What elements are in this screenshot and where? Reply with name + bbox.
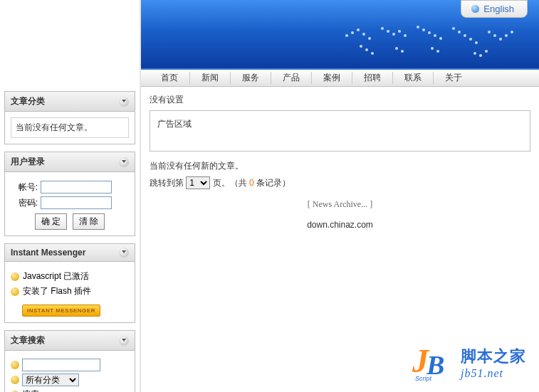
globe-icon bbox=[471, 5, 479, 13]
chevron-down-icon[interactable] bbox=[119, 336, 129, 346]
categories-header[interactable]: 文章分类 bbox=[5, 92, 135, 112]
account-label: 帐号: bbox=[11, 181, 38, 194]
nav-news[interactable]: 新闻 bbox=[190, 72, 231, 84]
svg-point-8 bbox=[398, 30, 401, 33]
chevron-down-icon[interactable] bbox=[119, 157, 129, 167]
im-title: Instant Messenger bbox=[11, 248, 85, 258]
svg-point-12 bbox=[428, 31, 431, 34]
im-panel: Instant Messenger Javascript 已激活 安装了 Fla… bbox=[4, 243, 135, 323]
svg-point-25 bbox=[360, 45, 362, 48]
password-input[interactable] bbox=[41, 196, 112, 209]
login-header[interactable]: 用户登录 bbox=[5, 152, 135, 172]
worldmap-icon bbox=[333, 14, 532, 68]
search-input[interactable] bbox=[22, 359, 100, 371]
svg-point-18 bbox=[469, 38, 472, 41]
account-input[interactable] bbox=[41, 181, 112, 194]
pager: 跳转到第 1 页。（共 0 条记录） bbox=[150, 176, 530, 189]
not-set-text: 没有设置 bbox=[150, 94, 530, 106]
svg-point-10 bbox=[417, 26, 419, 28]
svg-point-2 bbox=[357, 28, 360, 31]
page-select[interactable]: 1 bbox=[186, 176, 210, 189]
bullet-icon bbox=[11, 272, 19, 281]
watermark: JB Script 脚本之家 jb51.net bbox=[412, 342, 526, 383]
chevron-down-icon[interactable] bbox=[119, 97, 129, 107]
login-panel: 用户登录 帐号: 密码: 确 定 清 除 bbox=[4, 152, 135, 236]
submit-button[interactable]: 确 定 bbox=[35, 213, 67, 230]
im-badge[interactable]: INSTANT MESSENGER bbox=[22, 304, 100, 317]
login-title: 用户登录 bbox=[11, 156, 45, 168]
svg-point-3 bbox=[362, 33, 365, 36]
bullet-icon bbox=[11, 287, 19, 296]
im-header[interactable]: Instant Messenger bbox=[5, 244, 135, 262]
im-flash-status: 安装了 Flash 插件 bbox=[23, 285, 91, 297]
footer-url: down.chinaz.com bbox=[150, 220, 530, 230]
svg-point-30 bbox=[431, 47, 434, 50]
svg-point-13 bbox=[434, 34, 436, 37]
svg-point-5 bbox=[381, 27, 384, 30]
watermark-cn: 脚本之家 bbox=[461, 346, 526, 367]
search-category-select[interactable]: 所有分类 bbox=[22, 374, 79, 386]
record-count: 0 bbox=[249, 178, 254, 188]
svg-point-28 bbox=[395, 47, 398, 50]
svg-point-22 bbox=[499, 38, 502, 41]
news-archive-link[interactable]: [ News Archive... ] bbox=[150, 199, 530, 210]
svg-point-34 bbox=[485, 50, 488, 53]
svg-point-9 bbox=[404, 34, 407, 37]
svg-point-23 bbox=[505, 34, 508, 37]
language-label: English bbox=[483, 4, 514, 14]
password-label: 密码: bbox=[11, 197, 38, 209]
nav-service[interactable]: 服务 bbox=[231, 72, 271, 84]
im-js-status: Javascript 已激活 bbox=[23, 270, 89, 282]
search-panel: 文章搜索 所有分类 搜索 bbox=[4, 330, 135, 392]
nav-contact[interactable]: 联系 bbox=[393, 72, 434, 84]
ad-area: 广告区域 bbox=[150, 110, 530, 152]
svg-point-4 bbox=[368, 37, 371, 40]
search-title: 文章搜索 bbox=[11, 334, 45, 346]
no-articles-text: 当前没有任何新的文章。 bbox=[150, 160, 530, 172]
logo-icon: JB Script bbox=[412, 342, 454, 383]
svg-point-29 bbox=[401, 50, 404, 53]
svg-point-17 bbox=[464, 34, 466, 37]
categories-title: 文章分类 bbox=[11, 95, 45, 107]
nav-about[interactable]: 关于 bbox=[434, 72, 473, 84]
banner: English bbox=[141, 0, 539, 68]
svg-point-7 bbox=[392, 33, 395, 36]
watermark-en: jb51.net bbox=[461, 367, 526, 380]
svg-point-27 bbox=[371, 52, 374, 55]
svg-point-6 bbox=[387, 30, 389, 33]
nav-home[interactable]: 首页 bbox=[150, 72, 190, 84]
categories-empty: 当前没有任何文章。 bbox=[11, 117, 129, 138]
chevron-down-icon[interactable] bbox=[119, 248, 129, 258]
svg-point-24 bbox=[511, 31, 513, 33]
svg-point-15 bbox=[452, 27, 455, 30]
svg-point-21 bbox=[493, 34, 496, 37]
nav-case[interactable]: 案例 bbox=[312, 72, 352, 84]
svg-point-33 bbox=[479, 54, 482, 57]
svg-point-32 bbox=[473, 52, 476, 55]
reset-button[interactable]: 清 除 bbox=[73, 213, 105, 230]
nav-job[interactable]: 招聘 bbox=[352, 72, 393, 84]
search-header[interactable]: 文章搜索 bbox=[5, 331, 135, 351]
main-nav: 首页 新闻 服务 产品 案例 招聘 联系 关于 bbox=[141, 68, 539, 87]
svg-point-31 bbox=[436, 50, 439, 53]
svg-point-26 bbox=[365, 48, 368, 51]
svg-point-1 bbox=[351, 31, 354, 34]
svg-point-11 bbox=[422, 28, 425, 31]
search-button[interactable]: 搜索 bbox=[22, 388, 39, 392]
svg-point-19 bbox=[475, 41, 478, 44]
svg-point-0 bbox=[345, 34, 348, 37]
categories-panel: 文章分类 当前没有任何文章。 bbox=[4, 91, 135, 144]
bullet-icon bbox=[11, 376, 19, 384]
svg-point-14 bbox=[439, 37, 442, 40]
bullet-icon bbox=[11, 361, 19, 369]
svg-point-16 bbox=[458, 31, 461, 33]
nav-product[interactable]: 产品 bbox=[271, 72, 312, 84]
svg-point-20 bbox=[488, 31, 491, 33]
